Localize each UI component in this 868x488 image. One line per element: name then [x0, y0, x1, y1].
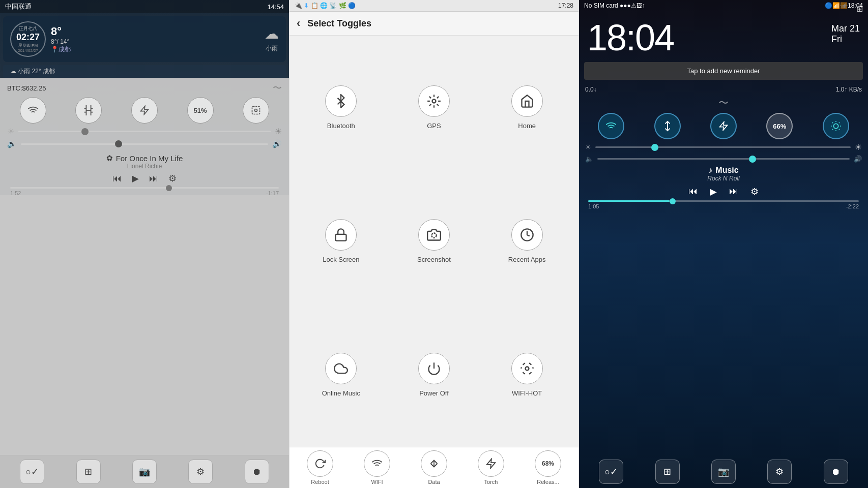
bottom-data[interactable]: Data — [421, 450, 447, 485]
reminder-bar[interactable]: Tap to add new reminder — [584, 62, 863, 80]
quick-action-row: 51% — [5, 97, 284, 124]
toggle-circle-gps — [418, 85, 450, 117]
bottom-wifi-circle — [364, 450, 390, 477]
progress-track-left[interactable] — [10, 187, 279, 189]
toggle-circle-music — [325, 353, 357, 384]
dock-apps-btn-right[interactable]: ⊞ — [655, 460, 680, 484]
panel-left: 中国联通 14:54 正月七八 02:27 星期四 PM 2014/02/27 … — [0, 0, 289, 488]
bottom-torch[interactable]: Torch — [478, 450, 504, 485]
signal-bars-icon-right: 📶 — [840, 2, 848, 9]
screenshot-btn[interactable] — [243, 97, 269, 124]
torch-btn-right[interactable] — [710, 113, 737, 139]
toggle-lock-screen[interactable]: Lock Screen — [295, 174, 388, 308]
toggle-label-wifispot: WIFI-HOT — [512, 389, 542, 397]
time-remaining-left: -1:17 — [266, 190, 279, 196]
progress-fill-right — [588, 200, 670, 202]
play-btn-right[interactable]: ▶ — [710, 186, 717, 197]
music-note-icon-right: ♪ — [708, 166, 712, 175]
battery-btn-right[interactable]: 66% — [766, 113, 793, 139]
progress-thumb-left[interactable] — [166, 185, 172, 191]
play-btn-left[interactable]: ▶ — [132, 173, 139, 184]
dock-sliders-btn[interactable]: ⚙ — [188, 460, 213, 484]
settings-btn-left[interactable]: ⚙ — [168, 173, 177, 184]
progress-times-left: 1:52 -1:17 — [10, 190, 279, 196]
forward-btn-left[interactable]: ⏭ — [149, 173, 158, 184]
svg-point-2 — [255, 109, 257, 112]
date-line2: Fri — [831, 34, 860, 45]
big-time-display: 18:04 — [587, 19, 674, 56]
bottom-data-circle — [421, 450, 447, 477]
data-btn-right[interactable] — [654, 113, 681, 139]
brightness-thumb[interactable] — [81, 128, 89, 135]
toggle-label-lock-screen: Lock Screen — [323, 256, 359, 263]
rewind-btn-left[interactable]: ⏮ — [112, 173, 122, 184]
toggle-power-off[interactable]: Power Off — [388, 308, 481, 442]
toggle-circle-wifispot — [511, 353, 543, 384]
screenshot-icon-right: 🖼 — [636, 3, 642, 9]
brightness-btn-right[interactable] — [823, 113, 849, 139]
toggle-gps[interactable]: GPS — [388, 41, 481, 174]
bottom-wifi[interactable]: WIFI — [364, 450, 390, 485]
dock-camera-btn-right[interactable]: 📷 — [711, 460, 736, 484]
forward-btn-right[interactable]: ⏭ — [729, 186, 738, 197]
progress-track-right[interactable] — [588, 200, 859, 202]
music-progress-right: 1:05 -2:22 — [583, 200, 864, 209]
volume-track[interactable] — [21, 143, 268, 145]
weather-info: 8° 8°/ 14° 📍成都 — [51, 25, 259, 54]
music-note-icon: ✿ — [106, 154, 113, 163]
bottom-release[interactable]: 68% Releas... — [535, 450, 561, 485]
settings-btn-right[interactable]: ⚙ — [750, 186, 759, 197]
bottom-reboot[interactable]: Reboot — [307, 450, 333, 485]
clock-day: 星期四 PM — [18, 43, 38, 48]
dock-apps-btn[interactable]: ⊞ — [76, 460, 101, 484]
svg-rect-1 — [252, 107, 260, 114]
dock-record-btn[interactable]: ⏺ — [245, 460, 269, 484]
bottom-data-label: Data — [428, 479, 440, 485]
rewind-btn-right[interactable]: ⏮ — [688, 186, 698, 197]
toggle-label-screenshot: Screenshot — [417, 256, 451, 263]
toggle-recent-apps[interactable]: Recent Apps — [480, 174, 573, 308]
wifi-btn[interactable] — [20, 97, 46, 124]
svg-line-21 — [839, 123, 840, 123]
volume-thumb-right[interactable] — [749, 156, 756, 163]
brightness-track-right[interactable] — [595, 146, 851, 148]
weather-right: ☁ 小雨 — [265, 25, 279, 53]
torch-btn[interactable] — [131, 97, 158, 124]
progress-thumb-right[interactable] — [670, 198, 676, 204]
toggle-wifi-hot[interactable]: WIFI-HOT — [480, 308, 573, 442]
bottom-wifi-label: WIFI — [371, 479, 383, 485]
svg-point-3 — [432, 100, 436, 103]
temp-range: 8°/ 14° — [51, 38, 259, 45]
toggle-bluetooth[interactable]: Bluetooth — [295, 41, 388, 174]
svg-line-20 — [832, 129, 833, 130]
time-current-right: 1:05 — [588, 203, 599, 209]
brightness-track[interactable] — [18, 131, 271, 132]
svg-line-16 — [832, 123, 833, 123]
wifi-btn-right[interactable] — [598, 113, 624, 139]
status-bar-left: 中国联通 14:54 — [0, 0, 289, 13]
weather-location: 📍成都 — [51, 45, 259, 54]
date-display: Mar 21 Fri — [831, 19, 860, 45]
back-button[interactable]: ‹ — [297, 17, 300, 30]
clock-date: 2014/02/27 — [18, 48, 38, 53]
toggle-online-music[interactable]: Online Music — [295, 308, 388, 442]
toggle-circle-screenshot — [418, 219, 450, 251]
music-controls-right: ⏮ ▶ ⏭ ⚙ — [583, 186, 864, 197]
data-btn[interactable] — [75, 97, 102, 124]
volume-track-right[interactable] — [597, 158, 850, 160]
toggle-home[interactable]: Home — [480, 41, 573, 174]
svg-point-5 — [431, 233, 436, 238]
dock-camera-btn[interactable]: 📷 — [132, 460, 157, 484]
dock-record-btn-right[interactable]: ⏺ — [824, 460, 848, 484]
volume-thumb[interactable] — [115, 140, 122, 147]
brightness-thumb-right[interactable] — [651, 144, 658, 151]
music-controls-left: ⏮ ▶ ⏭ ⚙ — [5, 173, 284, 184]
dock-check-btn[interactable]: ○✓ — [20, 460, 44, 484]
battery-btn[interactable]: 51% — [187, 97, 214, 124]
dock-sliders-btn-right[interactable]: ⚙ — [767, 460, 792, 484]
toggle-screenshot[interactable]: Screenshot — [388, 174, 481, 308]
status-bar-middle: 🔌 ⬇ 📋 🌐 📡 🌿 🔵 17:28 — [290, 0, 578, 12]
weather-condition: 小雨 — [266, 44, 278, 53]
dock-check-btn-right[interactable]: ○✓ — [599, 460, 623, 484]
toggle-label-home: Home — [518, 122, 536, 130]
